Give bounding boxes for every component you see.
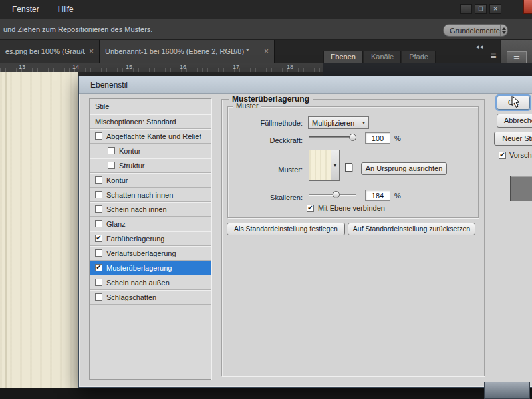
- blend-mode-dropdown[interactable]: Multiplizieren ▼: [308, 116, 369, 129]
- style-item-label: Schein nach innen: [106, 205, 167, 213]
- style-item-texture[interactable]: ✔ Struktur: [90, 158, 211, 173]
- style-checkbox[interactable]: ✔: [108, 162, 115, 169]
- preset-dropdown[interactable]: Grundelemente: [443, 24, 508, 37]
- tab-kanaele[interactable]: Kanäle: [364, 51, 401, 63]
- pattern-thumbnail[interactable]: [309, 150, 332, 181]
- style-item-stroke[interactable]: ✔ Kontur: [90, 173, 211, 188]
- ruler-number: 14: [72, 64, 79, 70]
- opacity-input[interactable]: [365, 132, 390, 144]
- preview-label: Vorschau: [509, 151, 532, 159]
- new-pattern-preset-button[interactable]: [341, 161, 356, 174]
- tab-pfade[interactable]: Pfade: [402, 51, 436, 63]
- link-layer-label: Mit Ebene verbinden: [318, 204, 385, 212]
- style-item-label: Schatten nach innen: [106, 191, 173, 199]
- scale-slider[interactable]: [309, 191, 356, 198]
- pattern-picker-arrow[interactable]: ▼: [331, 150, 340, 181]
- preview-checkbox[interactable]: ✔ Vorschau: [499, 151, 532, 159]
- style-checkbox[interactable]: ✔: [95, 132, 102, 140]
- style-checkbox[interactable]: ✔: [95, 191, 102, 198]
- blend-mode-value: Multiplizieren: [309, 119, 359, 127]
- cancel-button[interactable]: Abbrechen: [497, 114, 532, 128]
- panel-menu-icon[interactable]: ≣: [490, 51, 497, 60]
- minimize-button[interactable]: ─: [460, 4, 472, 14]
- app-close-button[interactable]: [523, 0, 532, 14]
- collapse-panels-icon[interactable]: ◄◄: [475, 44, 483, 50]
- menu-fenster[interactable]: Fenster: [12, 5, 39, 14]
- style-item-outer-glow[interactable]: ✔ Schein nach außen: [90, 275, 211, 290]
- window-controls: ─ ❐ ✕: [460, 4, 501, 14]
- close-doc-button[interactable]: ✕: [489, 4, 501, 14]
- set-default-button[interactable]: Als Standardeinstellung festlegen: [227, 223, 345, 235]
- snap-to-origin-button[interactable]: An Ursprung ausrichten: [361, 162, 447, 175]
- opacity-label: Deckkraft:: [228, 136, 303, 144]
- style-checkbox[interactable]: ✔: [108, 147, 115, 154]
- style-item-satin[interactable]: ✔ Glanz: [90, 217, 211, 231]
- checkbox-box[interactable]: ✔: [499, 152, 506, 159]
- style-checkbox[interactable]: ✔: [95, 176, 102, 184]
- chevron-down-icon: ▼: [359, 120, 368, 125]
- new-style-button[interactable]: Neuer Stil...: [494, 132, 532, 146]
- opacity-slider-knob[interactable]: [349, 134, 356, 141]
- status-bar: [0, 388, 532, 399]
- group-title: Muster: [233, 102, 261, 110]
- style-item-label: Verlaufsüberlagerung: [106, 249, 176, 257]
- ruler-number: 16: [180, 64, 186, 70]
- combo-arrows-icon[interactable]: [500, 25, 507, 36]
- style-item-gradient-overlay[interactable]: ✔ Verlaufsüberlagerung: [90, 246, 211, 261]
- scale-unit: %: [394, 192, 401, 200]
- dialog-title: Ebenenstil: [90, 80, 128, 90]
- checkbox-box[interactable]: ✔: [307, 205, 314, 212]
- style-item-label: Kontur: [119, 147, 140, 155]
- glass-box: [484, 382, 530, 399]
- styles-list-header[interactable]: Stile: [90, 99, 211, 114]
- blending-options-row[interactable]: Mischoptionen: Standard: [90, 114, 211, 129]
- style-checkbox[interactable]: ✔: [95, 205, 102, 213]
- tab-close-icon[interactable]: ×: [89, 47, 94, 56]
- style-checkbox[interactable]: ✔: [95, 279, 102, 286]
- opacity-unit: %: [394, 134, 401, 142]
- dialog-title-bar[interactable]: Ebenenstil: [79, 76, 532, 94]
- style-item-inner-glow[interactable]: ✔ Schein nach innen: [90, 202, 211, 217]
- opacity-slider[interactable]: [309, 134, 356, 141]
- reset-default-button[interactable]: Auf Standardeinstellung zurücksetzen: [348, 223, 475, 235]
- style-checkbox[interactable]: ✔: [95, 249, 102, 257]
- tab-ebenen[interactable]: Ebenen: [323, 51, 363, 63]
- style-item-pattern-overlay[interactable]: ✔ Musterüberlagerung: [90, 261, 211, 275]
- styles-list: Stile Mischoptionen: Standard ✔ Abgeflac…: [89, 98, 211, 380]
- style-checkbox[interactable]: ✔: [95, 264, 102, 271]
- scale-input[interactable]: [365, 190, 390, 201]
- dialog-content: Stile Mischoptionen: Standard ✔ Abgeflac…: [79, 94, 532, 387]
- options-bar: und Ziehen zum Repositionieren des Muste…: [0, 19, 532, 40]
- style-item-label: Struktur: [119, 162, 145, 170]
- style-item-drop-shadow[interactable]: ✔ Schlagschatten: [90, 290, 211, 305]
- style-item-label: Abgeflachte Kante und Relief: [106, 132, 201, 140]
- document-tab-2[interactable]: Unbenannt-1 bei 1600% (Ebene 2, RGB/8) *…: [100, 40, 275, 63]
- link-layer-checkbox[interactable]: ✔ Mit Ebene verbinden: [307, 204, 385, 212]
- style-item-label: Kontur: [106, 176, 128, 184]
- style-item-contour[interactable]: ✔ Kontur: [90, 144, 211, 158]
- style-item-label: Musterüberlagerung: [106, 264, 172, 272]
- panel-tab-group: Ebenen Kanäle Pfade: [323, 51, 436, 63]
- menu-hilfe[interactable]: Hilfe: [58, 5, 74, 14]
- style-checkbox[interactable]: ✔: [95, 220, 102, 227]
- document-tab-title: Unbenannt-1 bei 1600% (Ebene 2, RGB/8) *: [105, 47, 260, 55]
- ok-button[interactable]: OK: [497, 96, 530, 110]
- maximize-button[interactable]: ❐: [475, 4, 487, 14]
- horizontal-ruler: 13 14 15 16 17 18: [0, 63, 323, 72]
- document-canvas[interactable]: [0, 72, 78, 388]
- pattern-overlay-panel: Musterüberlagerung Muster Füllmethode: M…: [221, 99, 485, 376]
- style-item-inner-shadow[interactable]: ✔ Schatten nach innen: [90, 188, 211, 202]
- style-item-color-overlay[interactable]: ✔ Farbüberlagerung: [90, 231, 211, 246]
- preset-dropdown-value: Grundelemente: [444, 27, 500, 35]
- tool-hint-text: und Ziehen zum Repositionieren des Muste…: [3, 25, 152, 33]
- style-item-label: Glanz: [106, 220, 126, 228]
- preview-swatch: [510, 176, 532, 201]
- menu-bar: Fenster Hilfe ─ ❐ ✕: [0, 0, 532, 19]
- style-checkbox[interactable]: ✔: [95, 235, 102, 242]
- scale-slider-knob[interactable]: [332, 191, 340, 198]
- document-tab-1[interactable]: es.png bei 100% (Grau/8) ×: [0, 40, 100, 63]
- style-item-bevel-emboss[interactable]: ✔ Abgeflachte Kante und Relief: [90, 129, 211, 144]
- style-item-label: Schein nach außen: [106, 279, 170, 287]
- tab-close-icon[interactable]: ×: [264, 47, 269, 56]
- style-checkbox[interactable]: ✔: [95, 293, 102, 301]
